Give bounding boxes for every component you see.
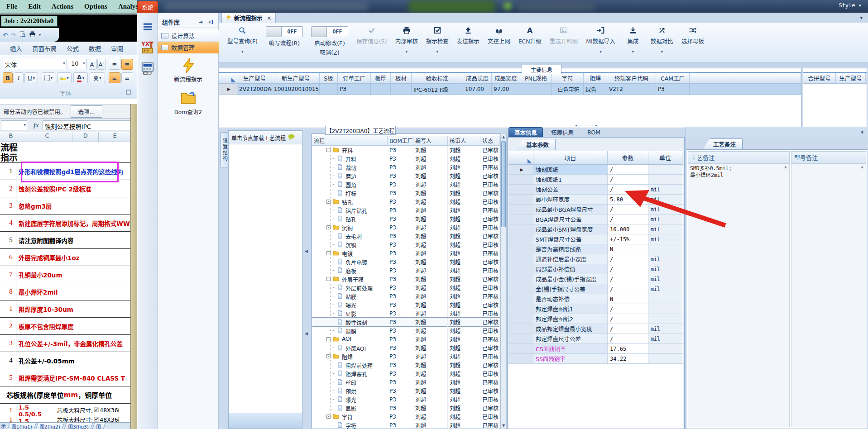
- menu-item-options[interactable]: Options: [84, 3, 107, 10]
- expander-icon[interactable]: –: [326, 251, 331, 255]
- param-row[interactable]: 局部最小补偿值/mil: [508, 264, 683, 274]
- tree-column-header[interactable]: 流程: [312, 136, 388, 145]
- close-icon[interactable]: ×: [267, 15, 272, 21]
- model-row[interactable]: ▶2V2T200DA010010200100158P3IPC-6012 II级1…: [219, 84, 801, 95]
- tree-column-header[interactable]: 状态: [480, 136, 500, 145]
- toolbar-button-7[interactable]: 文控上网: [484, 25, 514, 45]
- param-value[interactable]: /: [608, 264, 648, 274]
- column-header[interactable]: 板厚: [371, 73, 391, 83]
- tab-system[interactable]: 系统: [137, 1, 158, 13]
- align-top-button[interactable]: ≡: [109, 59, 120, 70]
- quick-access-more-icon[interactable]: ▾: [39, 33, 41, 37]
- tree-node-row[interactable]: 铝片钻孔P3刘超刘超已审核: [312, 206, 500, 214]
- tree-node-row[interactable]: 圆角P3刘超刘超已审核: [312, 180, 500, 189]
- fill-color-button[interactable]: ◇▾: [57, 72, 72, 83]
- sheet-tab[interactable]: 图: [92, 423, 106, 429]
- chevron-down-icon[interactable]: ▾: [599, 49, 602, 54]
- checkbox-icon[interactable]: [94, 407, 99, 414]
- ribbon-tab[interactable]: 审阅: [111, 44, 123, 53]
- column-header[interactable]: 订单工厂: [338, 73, 371, 83]
- toolbar-button-4[interactable]: 内部审核▾: [391, 25, 422, 54]
- tree-node-row[interactable]: 外层前处理P3刘超刘超已审核: [312, 283, 500, 292]
- splitter-arrow-icon[interactable]: ◀: [305, 249, 308, 253]
- column-header[interactable]: 成品长度: [463, 73, 492, 83]
- tree-node-row[interactable]: 打标P3刘超刘超已审核: [312, 189, 500, 197]
- tree-node-row[interactable]: 阻焊前处理P3刘超刘超已审核: [312, 361, 500, 369]
- param-row[interactable]: 成品邦定焊盘最小宽度/mil: [508, 324, 683, 334]
- font-size-select[interactable]: 10: [69, 59, 87, 69]
- tree-node-row[interactable]: 曝光P3刘超刘超已审核: [312, 300, 500, 309]
- splitter-arrow-icon[interactable]: ◀: [305, 331, 308, 336]
- chevron-down-icon[interactable]: ▾: [661, 49, 663, 54]
- tree-column-header[interactable]: 编写人: [413, 136, 448, 145]
- column-header[interactable]: 生产型号: [237, 73, 272, 83]
- scroll-up-icon[interactable]: ▲: [784, 165, 787, 169]
- tree-folder-row[interactable]: –电镀P3刘超刘超已审核: [312, 249, 500, 257]
- column-header[interactable]: 成品宽度: [492, 73, 520, 83]
- param-value[interactable]: /: [608, 334, 648, 343]
- column-header-B[interactable]: B: [0, 132, 22, 142]
- column-header[interactable]: 项目: [533, 151, 608, 164]
- sheet-row[interactable]: 3孔位公差+/-3mil，非金属化槽孔公差: [0, 335, 131, 352]
- scrollbar-thumb[interactable]: [501, 141, 506, 227]
- param-row[interactable]: 成品最小金(锡)手指宽度/mil: [508, 274, 683, 284]
- column-header-D[interactable]: D: [72, 132, 99, 142]
- undo-icon[interactable]: ↶: [3, 32, 8, 38]
- redo-icon[interactable]: ↷: [11, 32, 16, 38]
- ribbon-tab[interactable]: 数据: [89, 44, 101, 53]
- expander-icon[interactable]: –: [326, 148, 331, 152]
- tree-node-row[interactable]: 磨板P3刘超刘超已审核: [312, 266, 500, 275]
- tree-node-row[interactable]: 预烘P3刘超刘超已审核: [312, 386, 500, 395]
- toolbar-toggle-2[interactable]: OFF启动修改(E)取消(Z): [307, 25, 352, 57]
- tree-node-row[interactable]: 酸性蚀刻P3刘超刘超已审核: [312, 318, 500, 326]
- phonetic-button[interactable]: 变▾: [90, 72, 105, 83]
- param-value[interactable]: /: [608, 284, 648, 294]
- toolbar-button-12[interactable]: 数据对比▾: [647, 25, 677, 54]
- sheet-row[interactable]: 5阻焊需要满足IPC-SM-840 CLASS T: [0, 369, 131, 386]
- grow-font-button[interactable]: A˄: [89, 59, 97, 70]
- tab-process-notes[interactable]: 工艺备注: [703, 138, 743, 149]
- tree-column-header[interactable]: BOM工厂: [388, 136, 413, 145]
- excel-vertical-scrollbar[interactable]: [130, 104, 137, 429]
- column-header[interactable]: S板: [320, 73, 338, 83]
- param-row[interactable]: 邦定焊盘图纸2/: [508, 314, 683, 324]
- tree-node-row[interactable]: 显影P3刘超刘超已审核: [312, 309, 500, 318]
- param-row[interactable]: CS面残铜率17.65: [508, 344, 683, 354]
- toolbar-button-8[interactable]: AECN升级: [514, 25, 546, 45]
- tree-folder-row[interactable]: –外层干膜P3刘超刘超已审核: [312, 275, 500, 283]
- formula-input[interactable]: 蚀刻公差按照IPC: [43, 120, 131, 130]
- component-item-1[interactable]: 数据管理: [158, 42, 219, 53]
- tree-node-row[interactable]: 退膜P3刘超刘超已审核: [312, 326, 500, 335]
- align-middle-button[interactable]: ≡: [121, 59, 133, 70]
- tree-node-row[interactable]: 裁切P3刘超刘超已审核: [312, 163, 500, 172]
- tree-folder-row[interactable]: –开料P3刘超刘超已审核: [312, 146, 500, 154]
- param-value[interactable]: +/-15%: [608, 234, 648, 244]
- scroll-up-icon[interactable]: ▲: [861, 165, 863, 169]
- core-data-row[interactable]: 11.5 0.5/0.5芯板大料尺寸:48X36i: [0, 404, 131, 417]
- model-notes-text[interactable]: [791, 163, 866, 427]
- param-value[interactable]: 34.22: [608, 354, 648, 363]
- tree-folder-row[interactable]: –阻焊P3刘超刘超已审核: [312, 352, 500, 361]
- align-left-button[interactable]: ≡: [109, 72, 120, 83]
- column-header[interactable]: 阻焊: [584, 73, 607, 83]
- param-row[interactable]: 通道补偿后最小宽度/mil: [508, 254, 683, 264]
- column-header[interactable]: CAM工厂: [656, 73, 690, 83]
- chevron-down-icon[interactable]: ▾: [405, 49, 408, 54]
- tree-node-row[interactable]: 贴膜P3刘超刘超已审核: [312, 292, 500, 300]
- borders-button[interactable]: ▾: [42, 72, 55, 83]
- scroll-up-icon[interactable]: ▲: [501, 135, 506, 139]
- expander-icon[interactable]: –: [326, 337, 331, 341]
- tab-拓展信息[interactable]: 拓展信息: [546, 127, 579, 137]
- toolbar-button-5[interactable]: 指示检查▾: [422, 25, 453, 54]
- tab-structure-vertical[interactable]: 设置结构: [221, 132, 228, 167]
- expander-icon[interactable]: –: [326, 225, 331, 229]
- style-menu[interactable]: Style ▾: [839, 2, 862, 9]
- column-header-E[interactable]: E: [99, 132, 131, 142]
- tree-folder-row[interactable]: –AOIP3刘超刘超已审核: [312, 335, 500, 343]
- param-value[interactable]: /: [608, 165, 648, 174]
- menu-item-edit[interactable]: Edit: [28, 3, 41, 10]
- font-name-select[interactable]: 宋体: [3, 59, 67, 69]
- param-value[interactable]: N: [608, 294, 648, 304]
- column-header[interactable]: 验收标准: [412, 73, 463, 83]
- param-row[interactable]: 金(锡)手指尺寸公差/mil: [508, 284, 683, 294]
